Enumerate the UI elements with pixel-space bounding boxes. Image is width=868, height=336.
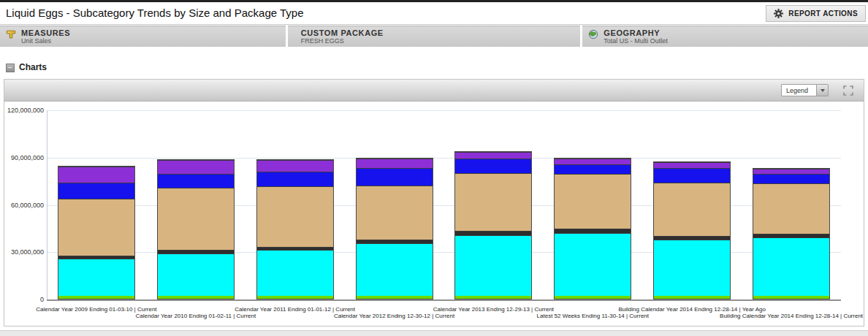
chart-toolbar: Legend <box>4 80 864 102</box>
green-segment[interactable] <box>555 296 631 299</box>
x-axis-category-label: Calendar Year 2012 Ending 12-30-12 | Cur… <box>334 313 454 319</box>
cyan-segment[interactable] <box>654 240 730 296</box>
x-axis-category-label: Latest 52 Weeks Ending 11-30-14 | Curren… <box>537 313 649 319</box>
y-axis-line <box>47 110 47 299</box>
blue-segment[interactable] <box>257 172 333 186</box>
stacked-bar[interactable] <box>157 159 235 299</box>
gear-icon <box>774 9 783 18</box>
filter-section-geography[interactable]: GEOGRAPHY Total US - Multi Outlet <box>582 26 868 47</box>
tan-segment[interactable] <box>58 199 134 256</box>
blue-segment[interactable] <box>753 174 829 183</box>
cyan-segment[interactable] <box>58 259 134 296</box>
tan-segment[interactable] <box>158 188 234 250</box>
dropdown-arrow-icon[interactable] <box>816 84 829 96</box>
charts-section-header: − Charts <box>0 61 868 76</box>
page-title: Liquid Eggs - Subcategory Trends by Size… <box>6 7 303 19</box>
cyan-segment[interactable] <box>753 237 829 296</box>
stacked-bar[interactable] <box>256 159 334 299</box>
green-segment[interactable] <box>753 296 829 299</box>
x-axis-category-label: Building Calendar Year 2014 Ending 12-28… <box>619 306 766 313</box>
tan-segment[interactable] <box>357 186 433 240</box>
filter-section-measures[interactable]: MEASURES Unit Sales <box>0 26 286 47</box>
y-axis-tick-label: 60,000,000 <box>6 202 44 209</box>
globe-icon <box>588 29 598 39</box>
blue-segment[interactable] <box>555 164 631 174</box>
stacked-bar[interactable] <box>653 161 731 299</box>
chart-panel: Legend 030,000,00060,000,00090,000,00012… <box>4 79 864 327</box>
legend-dropdown[interactable]: Legend <box>781 84 829 96</box>
y-axis-tick-label: 120,000,000 <box>6 107 44 114</box>
filter-label: GEOGRAPHY <box>604 28 668 37</box>
stacked-bar[interactable] <box>58 166 135 299</box>
purple-segment[interactable] <box>555 159 631 164</box>
filter-value: Unit Sales <box>21 37 70 45</box>
blue-segment[interactable] <box>654 168 730 183</box>
purple-segment[interactable] <box>654 162 730 168</box>
y-gridline <box>47 158 841 159</box>
purple-segment[interactable] <box>753 169 829 174</box>
x-axis-line <box>47 299 841 301</box>
purple-segment[interactable] <box>455 152 531 159</box>
app-window: Liquid Eggs - Subcategory Trends by Size… <box>0 0 868 336</box>
y-axis-tick-label: 30,000,000 <box>6 248 44 256</box>
filter-label: MEASURES <box>21 28 70 37</box>
purple-segment[interactable] <box>257 160 333 172</box>
x-axis-category-label: Calendar Year 2009 Ending 01-03-10 | Cur… <box>36 306 156 313</box>
report-actions-label: REPORT ACTIONS <box>788 9 858 18</box>
tan-segment[interactable] <box>555 174 631 229</box>
cyan-segment[interactable] <box>158 253 234 296</box>
filter-bar: MEASURES Unit Sales CUSTOM PACKAGE FRESH… <box>0 26 868 47</box>
tan-segment[interactable] <box>257 186 333 247</box>
stacked-bar[interactable] <box>554 158 631 299</box>
x-axis-category-label: Calendar Year 2010 Ending 01-02-11 | Cur… <box>135 313 256 319</box>
filter-section-custom-package[interactable]: CUSTOM PACKAGE FRESH EGGS <box>288 26 581 47</box>
green-segment[interactable] <box>357 296 433 299</box>
purple-segment[interactable] <box>158 160 234 174</box>
collapse-minus-icon[interactable]: − <box>6 64 15 72</box>
stacked-bar[interactable] <box>356 158 433 299</box>
report-actions-button[interactable]: REPORT ACTIONS <box>766 5 866 22</box>
tan-segment[interactable] <box>654 183 730 236</box>
legend-dropdown-value: Legend <box>781 84 816 96</box>
stacked-bar[interactable] <box>753 168 830 299</box>
green-segment[interactable] <box>257 296 333 299</box>
y-gridline <box>47 110 841 111</box>
cyan-segment[interactable] <box>455 235 531 296</box>
footer-strip <box>0 330 868 336</box>
purple-segment[interactable] <box>357 159 433 168</box>
expand-arrows-icon[interactable] <box>843 85 853 96</box>
x-axis-category-label: Building Calendar Year 2014 Ending 12-28… <box>720 313 863 319</box>
x-axis-category-label: Calendar Year 2011 Ending 01-01-12 | Cur… <box>235 306 355 313</box>
green-segment[interactable] <box>455 296 531 299</box>
chart-plot-area: 030,000,00060,000,00090,000,000120,000,0… <box>4 102 864 327</box>
green-segment[interactable] <box>58 296 134 299</box>
charts-section-label: Charts <box>19 62 47 72</box>
tan-segment[interactable] <box>753 183 829 234</box>
blue-segment[interactable] <box>357 168 433 186</box>
green-segment[interactable] <box>158 296 234 299</box>
filter-value: Total US - Multi Outlet <box>604 37 668 45</box>
y-axis-tick-label: 90,000,000 <box>6 154 44 161</box>
blue-segment[interactable] <box>455 159 531 173</box>
y-axis-tick-label: 0 <box>6 296 44 303</box>
title-bar: Liquid Eggs - Subcategory Trends by Size… <box>0 2 868 25</box>
x-axis-category-label: Calendar Year 2013 Ending 12-29-13 | Cur… <box>433 306 554 313</box>
filter-value: FRESH EGGS <box>301 37 384 45</box>
blue-segment[interactable] <box>58 183 134 199</box>
cyan-segment[interactable] <box>357 243 433 296</box>
green-segment[interactable] <box>654 296 730 299</box>
tan-segment[interactable] <box>455 173 531 231</box>
measures-icon <box>6 29 16 39</box>
purple-segment[interactable] <box>58 167 134 183</box>
filter-label: CUSTOM PACKAGE <box>301 28 384 37</box>
cyan-segment[interactable] <box>257 250 333 296</box>
stacked-bar[interactable] <box>454 151 532 299</box>
blue-segment[interactable] <box>158 174 234 188</box>
cyan-segment[interactable] <box>555 233 631 296</box>
